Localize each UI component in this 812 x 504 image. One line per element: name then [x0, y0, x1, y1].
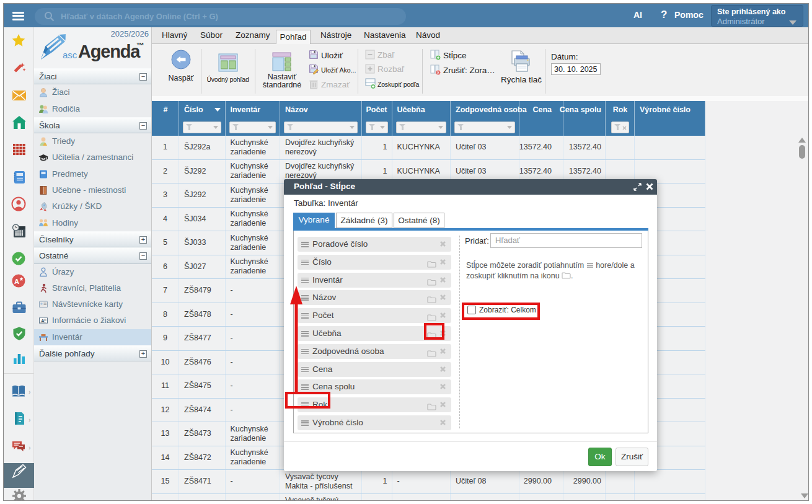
svg-text:A: A [14, 277, 19, 285]
